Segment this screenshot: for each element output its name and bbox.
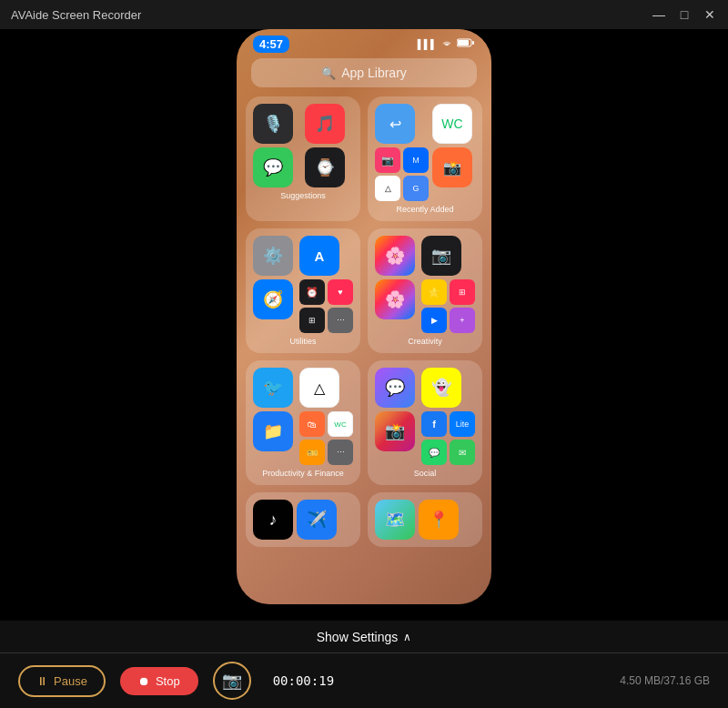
minimize-button[interactable]: —	[652, 7, 666, 22]
app-testflight[interactable]: ✈️	[297, 500, 337, 540]
app-photos[interactable]: 🌸	[375, 236, 415, 276]
utilities-small-grid: ⏰ ♥ ⊞ ⋯	[299, 279, 353, 333]
app-messenger[interactable]: 💬	[375, 368, 415, 408]
pause-button[interactable]: ⏸ Pause	[18, 665, 106, 697]
app-drive-small[interactable]: △	[375, 176, 400, 201]
app-fbm-small[interactable]: Lite	[450, 411, 475, 437]
app-ticket-small[interactable]: 🎫	[299, 440, 325, 465]
timer-display: 00:00:19	[273, 673, 334, 688]
app-music[interactable]: 🎵	[305, 104, 345, 144]
category-row-3: 🐦 △ 📁 🛍 WC 🎫 ⋯ Productivity & Finance	[246, 360, 482, 485]
app-instagram[interactable]: 📸	[375, 411, 415, 451]
close-button[interactable]: ✕	[703, 7, 717, 22]
app-twitter[interactable]: 🐦	[253, 368, 293, 408]
app-clock-small[interactable]: ⏰	[299, 279, 325, 305]
maps-row: 🗺️ 📍	[375, 500, 475, 540]
productivity-grid: 🐦 △ 📁 🛍 WC 🎫 ⋯	[253, 368, 353, 465]
app-maps[interactable]: 🗺️	[375, 500, 415, 540]
battery-icon	[457, 38, 475, 49]
recently-added-label: Recently Added	[375, 205, 475, 214]
app-voice-memos[interactable]: 🎙️	[253, 104, 293, 144]
app-video-small[interactable]: ▶	[421, 308, 447, 333]
utilities-label: Utilities	[253, 337, 353, 346]
app-inshot[interactable]: 📷	[375, 147, 400, 173]
camera-icon: 📷	[222, 671, 242, 691]
recently-added-grid: ↩ WC 📷 M △ G 📸	[375, 104, 475, 201]
app-settings[interactable]: ⚙️	[253, 236, 293, 276]
show-settings-row[interactable]: Show Settings ∧	[0, 621, 728, 653]
social-small-grid: f Lite 💬 ✉	[421, 411, 475, 465]
app-more-util[interactable]: ⋯	[328, 308, 353, 333]
category-recently-added: ↩ WC 📷 M △ G 📸 Recently Added	[368, 96, 482, 221]
app-wc-small[interactable]: WC	[328, 411, 353, 437]
app-other-small[interactable]: G	[403, 176, 429, 201]
app-safari[interactable]: 🧭	[253, 279, 293, 319]
app-msg-small[interactable]: ✉	[450, 440, 475, 465]
stop-button[interactable]: ⏺ Stop	[120, 667, 198, 695]
app-wechat[interactable]: WC	[432, 104, 472, 144]
category-maps: 🗺️ 📍	[368, 492, 482, 547]
social-label: Social	[375, 469, 475, 478]
search-icon: 🔍	[321, 66, 336, 80]
app-messages[interactable]: 💬	[253, 147, 293, 187]
phone-screen: 4:57 ▌▌▌	[237, 29, 491, 604]
app-appstore[interactable]: A	[299, 236, 339, 276]
app-health-small[interactable]: ♥	[328, 279, 353, 305]
entertainment-row: ♪ ✈️	[253, 500, 353, 540]
app-fb-small[interactable]: f	[421, 411, 447, 437]
app-snapchat[interactable]: 👻	[421, 368, 461, 408]
app-photo-recently[interactable]: 📸	[432, 147, 472, 187]
search-label: App Library	[341, 66, 407, 80]
signal-icon: ▌▌▌	[418, 39, 437, 49]
controls-row: ⏸ Pause ⏺ Stop 📷 00:00:19 4.50 MB/37.16 …	[0, 653, 728, 708]
phone-frame: 4:57 ▌▌▌	[237, 29, 491, 604]
app-more-prod[interactable]: ⋯	[328, 440, 353, 465]
category-utilities: ⚙️ A 🧭 ⏰ ♥ ⊞ ⋯ Utilities	[246, 228, 360, 353]
app-grid: 🎙️ 🎵 💬 ⌚ Suggestions ↩ WC 📷 M	[237, 96, 491, 547]
app-shop-small[interactable]: 🛍	[299, 411, 325, 437]
app-tiktok[interactable]: ♪	[253, 500, 293, 540]
app-camera[interactable]: 📷	[421, 236, 461, 276]
app-wa-small[interactable]: 💬	[421, 440, 447, 465]
show-settings-label: Show Settings	[317, 630, 399, 644]
category-productivity: 🐦 △ 📁 🛍 WC 🎫 ⋯ Productivity & Finance	[246, 360, 360, 485]
app-files[interactable]: 📁	[253, 411, 293, 451]
category-creativity: 🌸 📷 🌸 ⭐ ⊞ ▶ + Creativity	[368, 228, 482, 353]
app-star-small[interactable]: ⭐	[421, 279, 447, 305]
pause-icon: ⏸	[36, 674, 48, 688]
app-grid-small[interactable]: ⊞	[450, 279, 475, 305]
storage-display: 4.50 MB/37.16 GB	[620, 674, 710, 687]
search-bar[interactable]: 🔍 App Library	[251, 58, 477, 87]
category-row-4: ♪ ✈️ 🗺️ 📍	[246, 492, 482, 547]
category-row-1: 🎙️ 🎵 💬 ⌚ Suggestions ↩ WC 📷 M	[246, 96, 482, 221]
category-suggestions: 🎙️ 🎵 💬 ⌚ Suggestions	[246, 96, 360, 221]
app-gdrive[interactable]: △	[299, 368, 339, 408]
recently-small-grid: 📷 M △ G	[375, 147, 429, 201]
creativity-small-grid: ⭐ ⊞ ▶ +	[421, 279, 475, 333]
chevron-up-icon: ∧	[403, 631, 411, 643]
maximize-button[interactable]: □	[677, 7, 692, 22]
app-canister[interactable]: ↩	[375, 104, 415, 144]
title-bar: AVAide Screen Recorder — □ ✕	[0, 0, 728, 29]
category-row-2: ⚙️ A 🧭 ⏰ ♥ ⊞ ⋯ Utilities	[246, 228, 482, 353]
suggestions-grid: 🎙️ 🎵 💬 ⌚	[253, 104, 353, 187]
status-icons: ▌▌▌	[418, 38, 475, 49]
app-findmy[interactable]: 📍	[419, 500, 459, 540]
creativity-grid: 🌸 📷 🌸 ⭐ ⊞ ▶ +	[375, 236, 475, 333]
social-grid: 💬 👻 📸 f Lite 💬 ✉	[375, 368, 475, 465]
status-time: 4:57	[253, 35, 289, 53]
utilities-grid: ⚙️ A 🧭 ⏰ ♥ ⊞ ⋯	[253, 236, 353, 333]
stop-icon: ⏺	[138, 674, 150, 688]
status-bar: 4:57 ▌▌▌	[237, 29, 491, 55]
svg-rect-1	[458, 40, 469, 46]
screenshot-button[interactable]: 📷	[213, 662, 251, 700]
bottom-bar: Show Settings ∧ ⏸ Pause ⏺ Stop 📷 00:00:1…	[0, 621, 728, 708]
app-msgr-small[interactable]: M	[403, 147, 429, 173]
app-more-creat[interactable]: +	[450, 308, 475, 333]
wifi-icon	[440, 38, 453, 49]
app-pinwheel[interactable]: 🌸	[375, 279, 415, 319]
svg-rect-2	[472, 41, 474, 45]
pause-label: Pause	[54, 674, 87, 688]
app-calc-small[interactable]: ⊞	[299, 308, 325, 333]
app-watch[interactable]: ⌚	[305, 147, 345, 187]
